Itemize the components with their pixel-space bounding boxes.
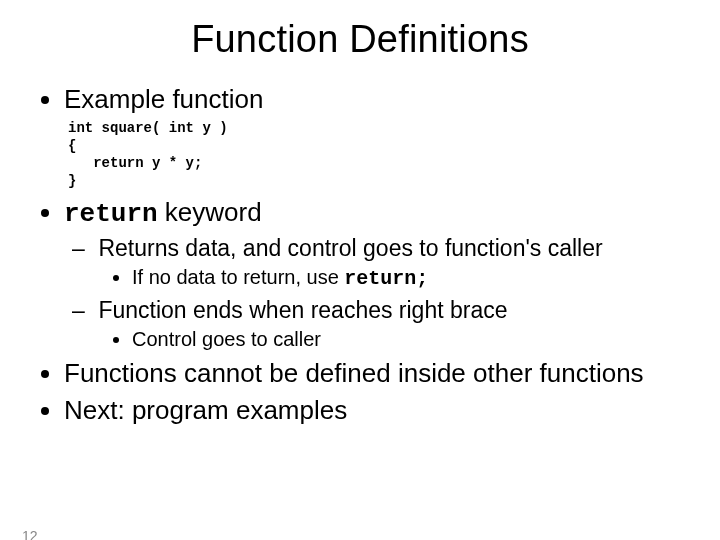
- list-item: return keyword Returns data, and control…: [64, 196, 660, 352]
- page-title: Function Definitions: [0, 18, 720, 61]
- list-item: Function ends when reaches right brace C…: [92, 296, 660, 353]
- bullet-text: Next: program examples: [64, 395, 347, 425]
- bullet-list-level2: Returns data, and control goes to functi…: [92, 234, 660, 353]
- keyword-return-semi: return;: [344, 267, 428, 290]
- list-item: Returns data, and control goes to functi…: [92, 234, 660, 292]
- bullet-text: keyword: [158, 197, 262, 227]
- slide: Function Definitions Example function in…: [0, 18, 720, 540]
- bullet-text: Control goes to caller: [132, 328, 321, 350]
- bullet-text: Function ends when reaches right brace: [98, 297, 507, 323]
- list-item: Functions cannot be defined inside other…: [64, 357, 660, 390]
- code-block: int square( int y ) { return y * y; }: [68, 120, 660, 190]
- bullet-text: If no data to return, use: [132, 266, 344, 288]
- list-item: If no data to return, use return;: [132, 265, 660, 292]
- bullet-text: Functions cannot be defined inside other…: [64, 358, 644, 388]
- bullet-text: Example function: [64, 84, 263, 114]
- page-number: 12: [22, 528, 38, 540]
- bullet-list-level1: Example function int square( int y ) { r…: [36, 83, 720, 427]
- bullet-list-level3: Control goes to caller: [132, 327, 660, 353]
- bullet-text: Returns data, and control goes to functi…: [98, 235, 602, 261]
- bullet-list-level3: If no data to return, use return;: [132, 265, 660, 292]
- keyword-return: return: [64, 199, 158, 229]
- list-item: Example function int square( int y ) { r…: [64, 83, 660, 190]
- list-item: Control goes to caller: [132, 327, 660, 353]
- list-item: Next: program examples: [64, 394, 660, 427]
